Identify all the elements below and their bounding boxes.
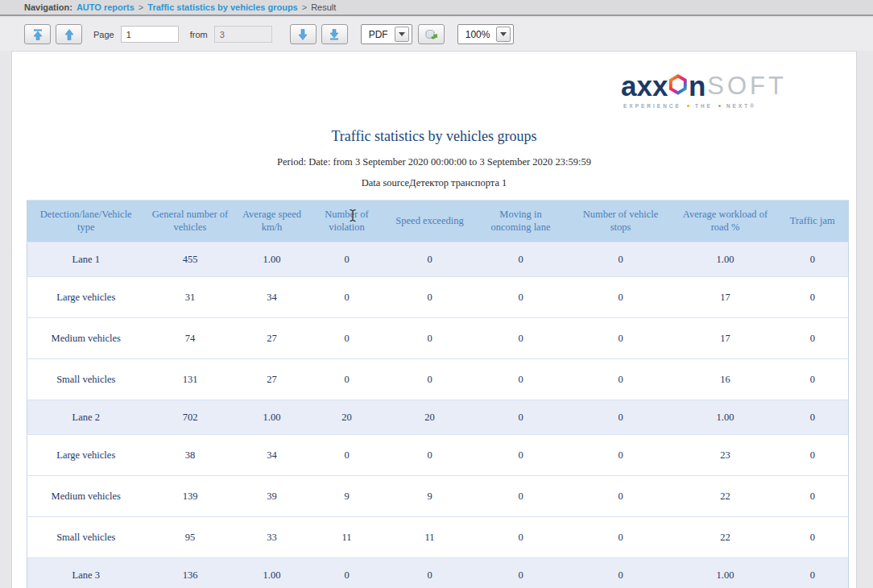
- row-label-cell: Small vehicles: [27, 517, 145, 558]
- previous-page-button[interactable]: [56, 24, 82, 44]
- table-cell: 17: [674, 318, 777, 359]
- table-cell: 0: [777, 558, 849, 588]
- table-cell: 0: [386, 318, 474, 359]
- logo-text-axx: axx: [621, 72, 668, 100]
- table-row: Large vehicles31340000170: [27, 277, 849, 318]
- table-cell: 0: [777, 277, 849, 318]
- table-cell: 0: [386, 359, 474, 400]
- table-cell: 0: [568, 435, 674, 476]
- table-cell: 0: [777, 318, 849, 359]
- table-cell: 11: [386, 517, 474, 558]
- table-cell: 0: [568, 242, 674, 277]
- row-label-cell: Large vehicles: [27, 435, 145, 476]
- row-label-cell: Lane 3: [27, 558, 145, 588]
- column-header: General number of vehicles: [145, 201, 236, 242]
- table-cell: 0: [474, 558, 568, 588]
- table-cell: 0: [777, 517, 849, 558]
- table-cell: 22: [674, 517, 777, 558]
- page-label: Page: [93, 30, 114, 39]
- tagline-dot-icon: [718, 105, 721, 107]
- breadcrumb-auto-reports[interactable]: AUTO reports: [77, 2, 134, 12]
- arrow-up-bar-icon: [31, 28, 44, 41]
- breadcrumb-separator: >: [139, 2, 143, 12]
- column-header: Number of vehicle stops: [568, 201, 674, 242]
- row-label-cell: Small vehicles: [27, 359, 145, 400]
- table-cell: 1.00: [674, 242, 777, 277]
- export-icon: [424, 28, 438, 41]
- export-format-value: PDF: [369, 29, 388, 40]
- table-cell: 0: [308, 277, 386, 318]
- logo-text-n: n: [689, 72, 705, 100]
- table-cell: 0: [568, 277, 674, 318]
- table-row: Medium vehicles139399900220: [27, 476, 849, 517]
- column-header: Speed exceeding: [386, 201, 474, 242]
- table-cell: 0: [386, 435, 474, 476]
- table-cell: 34: [236, 435, 308, 476]
- from-label: from: [190, 30, 208, 39]
- table-cell: 22: [674, 476, 777, 517]
- table-cell: 95: [145, 517, 236, 558]
- logo-text-soft: SOFT: [707, 73, 787, 98]
- table-cell: 27: [236, 318, 308, 359]
- table-cell: 136: [145, 558, 236, 588]
- table-cell: 27: [236, 359, 308, 400]
- zoom-value: 100%: [465, 29, 490, 40]
- table-cell: 0: [308, 435, 386, 476]
- table-cell: 1.00: [674, 558, 777, 588]
- column-header: Number of violation: [308, 201, 386, 242]
- arrow-down-bar-icon: [328, 28, 341, 41]
- table-row: Large vehicles38340000230: [27, 435, 849, 476]
- report-toolbar: Page from PDF: [0, 18, 873, 51]
- table-row: Lane 31361.0000001.000: [27, 558, 849, 588]
- last-page-button[interactable]: [321, 24, 348, 44]
- table-cell: 0: [474, 318, 568, 359]
- statistics-table: Detection/lane/Vehicle typeGeneral numbe…: [27, 200, 849, 588]
- table-cell: 0: [568, 558, 674, 588]
- table-cell: 0: [568, 359, 674, 400]
- table-cell: 139: [145, 476, 236, 517]
- table-cell: 0: [568, 318, 674, 359]
- table-cell: 0: [777, 359, 849, 400]
- table-row: Lane 27021.002020001.000: [27, 400, 849, 435]
- table-cell: 0: [474, 242, 568, 277]
- table-cell: 0: [308, 558, 386, 588]
- axxonsoft-logo: axx n SOFT: [621, 71, 787, 109]
- first-page-button[interactable]: [24, 24, 51, 44]
- table-cell: 0: [568, 476, 674, 517]
- row-label-cell: Medium vehicles: [27, 318, 145, 359]
- chevron-down-icon: [395, 27, 409, 42]
- tagline-word: NEXT®: [726, 103, 756, 109]
- breadcrumb: Navigation: AUTO reports > Traffic stati…: [0, 0, 873, 16]
- row-label-cell: Lane 1: [27, 242, 145, 277]
- table-cell: 74: [145, 318, 236, 359]
- table-cell: 20: [386, 400, 474, 435]
- column-header: Moving in oncoming lane: [474, 201, 568, 242]
- zoom-select[interactable]: 100%: [457, 24, 515, 44]
- report-viewer-window: Navigation: AUTO reports > Traffic stati…: [0, 0, 873, 588]
- table-cell: 0: [568, 400, 674, 435]
- table-cell: 9: [386, 476, 474, 517]
- table-cell: 33: [236, 517, 308, 558]
- logo-tagline: EXPERIENCE THE NEXT®: [621, 103, 787, 109]
- breadcrumb-report-name[interactable]: Traffic statistics by vehicles groups: [147, 2, 297, 12]
- page-number-input[interactable]: [121, 26, 179, 43]
- breadcrumb-separator: >: [302, 2, 307, 12]
- export-format-select[interactable]: PDF: [361, 24, 412, 44]
- row-label-cell: Lane 2: [27, 400, 145, 435]
- table-cell: 0: [386, 277, 474, 318]
- column-header: Traffic jam: [777, 201, 849, 242]
- table-cell: 1.00: [236, 558, 308, 588]
- table-cell: 39: [236, 476, 308, 517]
- table-cell: 23: [674, 435, 777, 476]
- table-cell: 20: [308, 400, 386, 435]
- report-period: Period: Date: from 3 September 2020 00:0…: [12, 156, 856, 168]
- tagline-word: EXPERIENCE: [623, 103, 681, 109]
- navigation-label: Navigation:: [24, 2, 72, 12]
- column-header: Average speed km/h: [236, 201, 308, 242]
- table-cell: 0: [308, 242, 386, 277]
- export-button[interactable]: [418, 24, 445, 44]
- next-page-button[interactable]: [290, 24, 317, 44]
- tagline-word: THE: [695, 103, 713, 109]
- table-row: Medium vehicles74270000170: [27, 318, 849, 359]
- table-cell: 455: [145, 242, 236, 277]
